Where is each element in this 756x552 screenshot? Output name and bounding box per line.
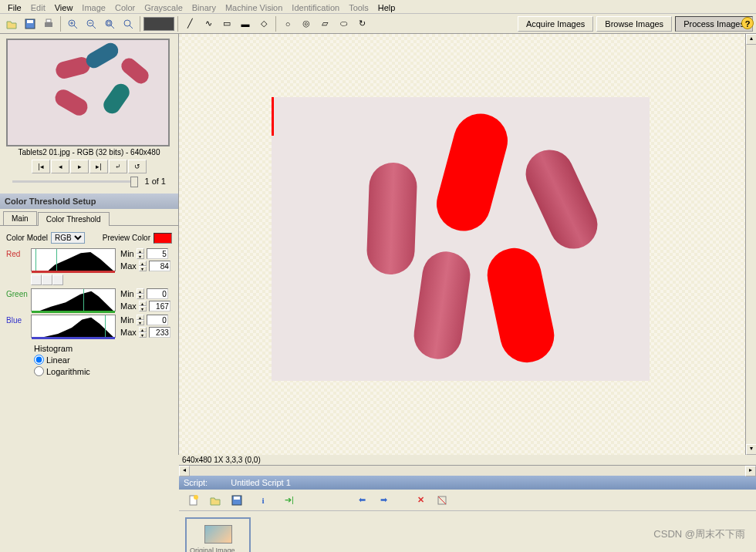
- script-save-icon[interactable]: [228, 492, 245, 509]
- menu-edit[interactable]: Edit: [26, 2, 50, 12]
- last-frame-button[interactable]: ▸|: [89, 160, 108, 173]
- script-info-icon[interactable]: i: [255, 492, 272, 509]
- rotated-rect-tool-icon[interactable]: ◇: [255, 15, 272, 32]
- script-step-original[interactable]: Original Image: [185, 517, 251, 552]
- svg-rect-2: [45, 22, 52, 27]
- rect-fill-tool-icon[interactable]: ▬: [237, 15, 254, 32]
- loop-button[interactable]: ↺: [128, 160, 147, 173]
- script-open-icon[interactable]: [207, 492, 224, 509]
- first-frame-button[interactable]: |◂: [32, 160, 50, 173]
- thumbnail-caption: Tablets2 01.jpg - RGB (32 bits) - 640x48…: [6, 146, 172, 158]
- red-segment-b-button[interactable]: [42, 274, 52, 285]
- menu-view[interactable]: View: [50, 2, 78, 12]
- blue-min-input[interactable]: [147, 315, 168, 325]
- green-max-up[interactable]: ▴: [139, 301, 147, 306]
- logarithmic-radio[interactable]: [34, 366, 44, 376]
- menu-identification[interactable]: Identification: [287, 2, 344, 12]
- ring-tool-icon[interactable]: ◎: [298, 15, 315, 32]
- panel-title: Color Threshold Setup: [0, 194, 178, 209]
- polyline-tool-icon[interactable]: ∿: [200, 15, 217, 32]
- scroll-left-button[interactable]: ◂: [179, 466, 190, 476]
- green-min-input[interactable]: [147, 288, 168, 299]
- image-canvas[interactable]: ▴ ▾: [179, 34, 756, 455]
- acquire-images-button[interactable]: Acquire Images: [518, 16, 593, 32]
- green-min-up[interactable]: ▴: [137, 288, 144, 294]
- green-histogram[interactable]: [31, 288, 116, 311]
- prev-frame-button[interactable]: ◂: [51, 160, 69, 173]
- zoom-out-icon[interactable]: [83, 15, 100, 32]
- green-max-input[interactable]: [149, 301, 170, 311]
- zoom-in-icon[interactable]: [64, 15, 81, 32]
- red-min-up[interactable]: ▴: [137, 248, 144, 254]
- script-new-icon[interactable]: [185, 492, 202, 509]
- save-icon[interactable]: [22, 15, 39, 32]
- menu-image[interactable]: Image: [77, 2, 110, 12]
- color-model-label: Color Model: [6, 234, 48, 242]
- menu-help[interactable]: Help: [373, 2, 400, 12]
- freehand-tool-icon[interactable]: ⬭: [335, 15, 352, 32]
- red-min-down[interactable]: ▾: [137, 254, 144, 259]
- blue-min-up[interactable]: ▴: [137, 315, 144, 320]
- svg-rect-7: [107, 22, 110, 25]
- scroll-right-button[interactable]: ▸: [745, 466, 756, 476]
- frame-counter: 1 of 1: [144, 177, 166, 186]
- red-min-input[interactable]: [147, 248, 168, 259]
- script-run-icon[interactable]: ➔|: [281, 492, 298, 509]
- menu-file[interactable]: File: [3, 2, 26, 12]
- script-next-step-icon[interactable]: ➡: [375, 492, 392, 509]
- linear-radio[interactable]: [34, 355, 44, 365]
- ellipse-tool-icon[interactable]: ○: [279, 15, 296, 32]
- script-prev-step-icon[interactable]: ⬅: [353, 492, 370, 509]
- curve-button[interactable]: ⤶: [109, 160, 127, 173]
- red-max-input[interactable]: [149, 261, 170, 271]
- polygon-tool-icon[interactable]: ▱: [316, 15, 333, 32]
- scroll-down-button[interactable]: ▾: [746, 444, 756, 455]
- green-min-down[interactable]: ▾: [137, 294, 144, 299]
- menu-tools[interactable]: Tools: [344, 2, 373, 12]
- rect-tool-icon[interactable]: ▭: [218, 15, 235, 32]
- status-bar: 640x480 1X 3,3,3 (0,0): [179, 455, 756, 465]
- open-icon[interactable]: [3, 15, 20, 32]
- line-tool-icon[interactable]: ╱: [181, 15, 198, 32]
- menu-machine-vision[interactable]: Machine Vision: [221, 2, 287, 12]
- histogram-scale-label: Histogram: [34, 344, 172, 353]
- svg-rect-3: [46, 19, 51, 22]
- script-header-label: Script:: [184, 478, 208, 487]
- green-max-down[interactable]: ▾: [139, 306, 147, 311]
- menu-binary[interactable]: Binary: [187, 2, 221, 12]
- zoom-1to1-icon[interactable]: [120, 15, 137, 32]
- browse-images-button[interactable]: Browse Images: [596, 16, 672, 32]
- help-icon[interactable]: ?: [741, 17, 754, 29]
- blue-max-input[interactable]: [149, 327, 170, 338]
- menu-grayscale[interactable]: Grayscale: [140, 2, 187, 12]
- preview-color-swatch[interactable]: [154, 233, 172, 244]
- tab-color-threshold[interactable]: Color Threshold: [38, 212, 110, 226]
- red-segment-c-button[interactable]: [52, 274, 63, 285]
- main-image: [272, 97, 650, 381]
- script-clear-icon[interactable]: [434, 492, 451, 509]
- red-histogram[interactable]: [31, 248, 116, 271]
- watermark: CSDN @周末不下雨: [653, 527, 745, 541]
- zoom-fit-icon[interactable]: [101, 15, 118, 32]
- blue-min-down[interactable]: ▾: [137, 320, 144, 325]
- color-picker[interactable]: [143, 17, 174, 31]
- tab-main[interactable]: Main: [3, 211, 37, 225]
- print-icon[interactable]: [40, 15, 57, 32]
- toolbar: ╱ ∿ ▭ ▬ ◇ ○ ◎ ▱ ⬭ ↻ Acquire Images Brows…: [0, 14, 756, 34]
- scroll-up-button[interactable]: ▴: [746, 34, 756, 45]
- rotate-tool-icon[interactable]: ↻: [353, 15, 370, 32]
- red-label: Red: [6, 248, 31, 258]
- color-model-select[interactable]: RGB: [51, 232, 85, 244]
- red-max-down[interactable]: ▾: [139, 266, 147, 271]
- menu-color[interactable]: Color: [110, 2, 140, 12]
- red-max-up[interactable]: ▴: [139, 261, 147, 266]
- preview-color-label: Preview Color: [103, 234, 150, 242]
- next-frame-button[interactable]: ▸: [70, 160, 89, 173]
- horizontal-scrollbar[interactable]: [190, 466, 745, 476]
- script-delete-icon[interactable]: ✕: [412, 492, 429, 509]
- red-segment-a-button[interactable]: [31, 274, 42, 285]
- blue-max-down[interactable]: ▾: [139, 332, 147, 338]
- blue-histogram[interactable]: [31, 315, 116, 338]
- blue-max-up[interactable]: ▴: [139, 327, 147, 332]
- frame-slider[interactable]: [12, 180, 138, 183]
